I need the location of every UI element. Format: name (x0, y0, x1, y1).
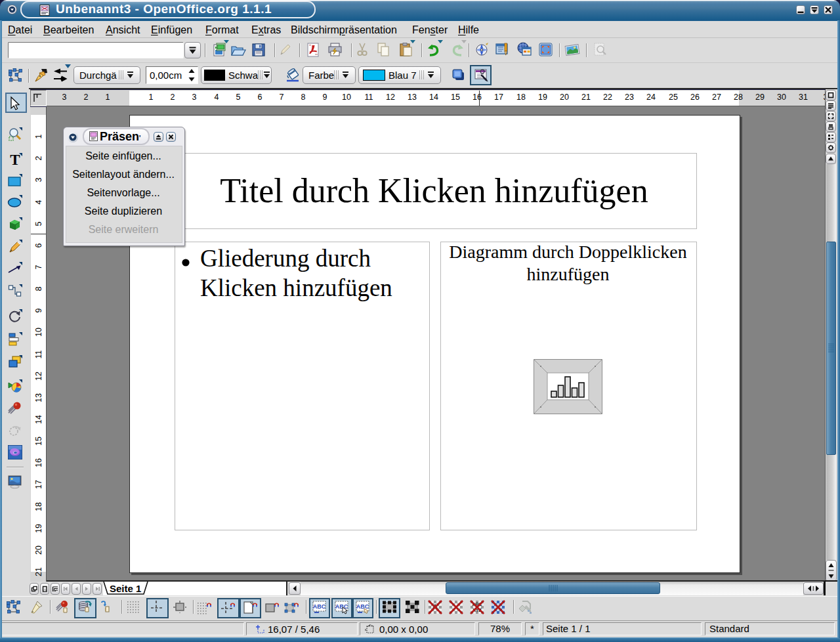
svg-text:T: T (10, 152, 20, 168)
svg-text:ABC: ABC (356, 603, 369, 610)
svg-text:ABC: ABC (313, 603, 326, 610)
svg-text:ABC: ABC (335, 603, 348, 610)
